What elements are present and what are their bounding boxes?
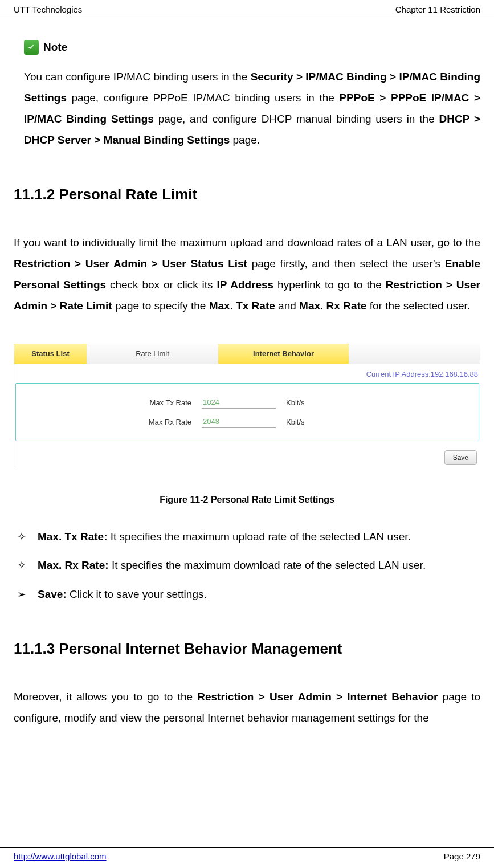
header-left: UTT Technologies [14, 5, 82, 14]
bullet-list: ✧ Max. Tx Rate: It specifies the maximum… [14, 527, 480, 604]
max-rx-unit: Kbit/s [276, 418, 305, 426]
bullet-save-t: Click it to save your settings. [70, 588, 207, 600]
header-right: Chapter 11 Restriction [395, 5, 480, 14]
max-rx-row: Max Rx Rate Kbit/s [33, 412, 462, 431]
arrow-icon: ➢ [15, 584, 38, 605]
tab-internet-behavior[interactable]: Internet Behavior [218, 344, 349, 364]
bullet-rx-b: Max. Rx Rate: [38, 559, 109, 571]
page-content: Note You can configure IP/MAC binding us… [0, 18, 494, 728]
diamond-icon: ✧ [15, 527, 38, 547]
s112-seg7: for the selected user. [370, 300, 470, 312]
max-tx-input[interactable] [202, 396, 276, 409]
max-tx-row: Max Tx Rate Kbit/s [33, 393, 462, 412]
s113-b1: Restriction > User Admin > Internet Beha… [197, 691, 438, 703]
tabs-row: Status List Rate Limit Internet Behavior [14, 344, 480, 364]
s112-b1: Restriction > User Admin > User Status L… [14, 258, 247, 270]
s112-b3: IP Address [217, 279, 273, 291]
max-tx-unit: Kbit/s [276, 398, 305, 407]
tab-status-list[interactable]: Status List [14, 344, 87, 364]
note-label: Note [43, 41, 67, 54]
section-11-1-2-title: 11.1.2 Personal Rate Limit [14, 186, 480, 203]
save-button[interactable]: Save [444, 450, 477, 465]
rate-limit-figure: Status List Rate Limit Internet Behavior… [14, 344, 480, 467]
section-11-1-2-para: If you want to individually limit the ma… [14, 232, 480, 316]
section-11-1-3-title: 11.1.3 Personal Internet Behavior Manage… [14, 640, 480, 658]
bullet-text: Max. Tx Rate: It specifies the maximum u… [38, 527, 480, 547]
tab-filler [349, 344, 480, 364]
section-11-1-3-para: Moreover, it allows you to go to the Res… [14, 686, 480, 728]
note-header: Note [14, 40, 480, 55]
check-icon [24, 40, 39, 55]
max-rx-label: Max Rx Rate [33, 418, 202, 426]
bullet-text: Save: Click it to save your settings. [38, 584, 480, 605]
max-tx-label: Max Tx Rate [33, 398, 202, 407]
s112-seg2: page firstly, and then select the user's [252, 258, 445, 270]
s112-b6: Max. Rx Rate [299, 300, 366, 312]
bullet-rx-rate: ✧ Max. Rx Rate: It specifies the maximum… [15, 555, 480, 576]
bullet-text: Max. Rx Rate: It specifies the maximum d… [38, 555, 480, 576]
s113-seg1: Moreover, it allows you to go to the [14, 691, 197, 703]
bullet-save: ➢ Save: Click it to save your settings. [15, 584, 480, 605]
note-body: You can configure IP/MAC binding users i… [14, 66, 480, 150]
note-seg1: You can configure IP/MAC binding users i… [24, 71, 251, 83]
note-seg3: page, and configure DHCP manual binding … [158, 113, 439, 125]
s112-seg4: hyperlink to go to the [277, 279, 386, 291]
rate-limit-form: Max Tx Rate Kbit/s Max Rx Rate Kbit/s [15, 383, 479, 441]
s112-seg3: check box or click its [110, 279, 217, 291]
bullet-tx-b: Max. Tx Rate: [38, 531, 107, 543]
bullet-tx-t: It specifies the maximum upload rate of … [111, 531, 411, 543]
s112-seg1: If you want to individually limit the ma… [14, 237, 480, 248]
note-seg2: page, configure PPPoE IP/MAC binding use… [72, 92, 340, 104]
page-header: UTT Technologies Chapter 11 Restriction [0, 0, 494, 18]
bullet-save-b: Save: [38, 588, 67, 600]
bullet-rx-t: It specifies the maximum download rate o… [112, 559, 426, 571]
save-row: Save [14, 445, 480, 467]
figure-caption: Figure 11-2 Personal Rate Limit Settings [14, 495, 480, 505]
footer-page: Page 279 [444, 851, 480, 861]
s112-b5: Max. Tx Rate [209, 300, 275, 312]
diamond-icon: ✧ [15, 555, 38, 576]
s112-seg5: page to specify the [115, 300, 209, 312]
tab-rate-limit[interactable]: Rate Limit [87, 344, 218, 364]
max-rx-input[interactable] [202, 415, 276, 428]
s112-seg6: and [278, 300, 299, 312]
footer-url[interactable]: http://www.uttglobal.com [14, 851, 107, 861]
current-ip-address: Current IP Address:192.168.16.88 [14, 364, 480, 382]
note-seg4: page. [233, 134, 260, 146]
bullet-tx-rate: ✧ Max. Tx Rate: It specifies the maximum… [15, 527, 480, 547]
page-footer: http://www.uttglobal.com Page 279 [0, 847, 494, 868]
